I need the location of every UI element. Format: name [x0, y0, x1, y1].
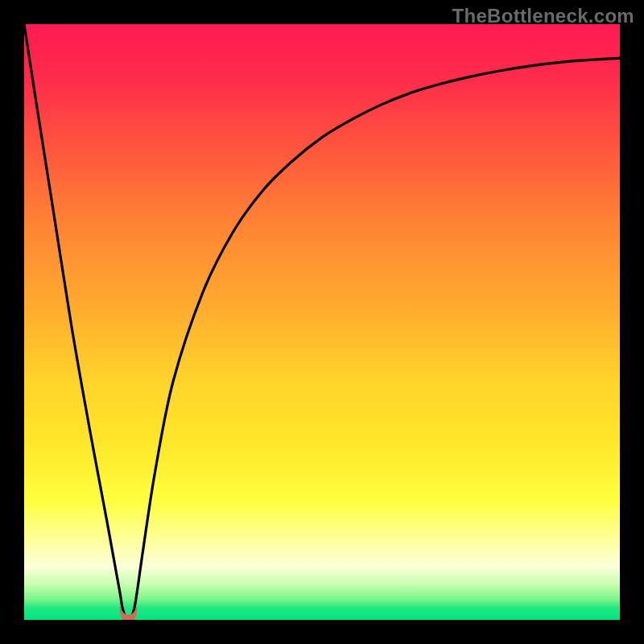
bottleneck-curve	[24, 24, 620, 620]
chart-frame: TheBottleneck.com	[0, 0, 644, 644]
plot-area	[24, 24, 620, 620]
